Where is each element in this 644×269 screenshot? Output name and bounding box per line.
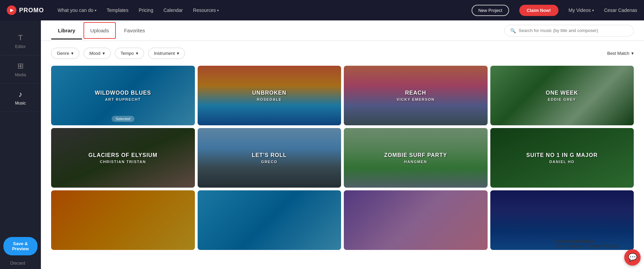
sidebar-item-label-editor: Editor: [15, 44, 26, 49]
music-card-bg: GLACIERS OF ELYSIUM CHRISTIAN TRISTAN: [51, 128, 195, 188]
sidebar: T Editor ⊞ Media ♪ Music Save & Preview …: [0, 20, 41, 269]
music-artist: CHRISTIAN TRISTAN: [89, 160, 157, 164]
music-title: LET'S ROLL: [252, 152, 287, 158]
sidebar-item-editor[interactable]: T Editor: [0, 27, 41, 56]
tab-library[interactable]: Library: [51, 21, 82, 39]
sidebar-item-label-media: Media: [15, 73, 26, 77]
music-title: WILDWOOD BLUES: [95, 90, 151, 96]
music-card-bg: LET'S ROLL GRECO: [198, 128, 341, 188]
music-card-text: WILDWOOD BLUES ART RUPRECHT: [95, 90, 151, 101]
music-title: ZOMBIE SURF PARTY: [384, 152, 447, 158]
music-card[interactable]: GLACIERS OF ELYSIUM CHRISTIAN TRISTAN: [51, 128, 195, 188]
chevron-down-icon-mood: ▾: [103, 51, 105, 56]
music-artist: DANIEL HO: [526, 160, 598, 164]
music-artist: GRECO: [252, 160, 287, 164]
music-card-bg: UNBROKEN ROSEDALE: [198, 66, 341, 125]
music-card-text: LET'S ROLL GRECO: [252, 152, 287, 164]
music-card-bg: WILDWOOD BLUES ART RUPRECHT Selected: [51, 66, 195, 125]
my-videos-nav[interactable]: My Videos ▾: [569, 7, 594, 13]
text-icon: T: [18, 33, 22, 42]
music-card-text: UNBROKEN ROSEDALE: [252, 90, 286, 101]
music-card-text: GLACIERS OF ELYSIUM CHRISTIAN TRISTAN: [89, 152, 157, 164]
music-artist: HANGMEN: [384, 160, 447, 164]
selected-badge: Selected: [111, 116, 134, 122]
music-card[interactable]: [51, 190, 195, 250]
music-artist: EDDIE GREY: [546, 97, 578, 101]
music-card-bg: REACH VICKY EMERSON: [344, 66, 488, 125]
music-title: ONE WEEK: [546, 90, 578, 96]
chevron-down-icon-myvideos: ▾: [592, 9, 594, 12]
music-card-bg: [51, 190, 195, 250]
filter-instrument[interactable]: Instrument ▾: [148, 48, 185, 59]
sidebar-item-music[interactable]: ♪ Music: [0, 84, 41, 112]
music-card-overlay: [490, 190, 634, 250]
music-card-text: REACH VICKY EMERSON: [397, 90, 435, 101]
music-grid: WILDWOOD BLUES ART RUPRECHT Selected UNB…: [41, 66, 644, 260]
music-icon: ♪: [19, 90, 22, 99]
music-title: GLACIERS OF ELYSIUM: [89, 152, 157, 158]
sidebar-item-label-music: Music: [15, 101, 26, 106]
music-card-bg: ZOMBIE SURF PARTY HANGMEN: [344, 128, 488, 188]
logo-text: PROMO: [19, 7, 44, 14]
search-box[interactable]: 🔍: [504, 25, 634, 36]
tab-favorites[interactable]: Favorites: [117, 21, 152, 39]
music-card[interactable]: ZOMBIE SURF PARTY HANGMEN: [344, 128, 488, 188]
music-card-bg: SUITE NO 1 IN G MAJOR DANIEL HO: [490, 128, 634, 188]
music-card[interactable]: ONE WEEK EDDIE GREY: [490, 66, 634, 125]
music-card-text: ZOMBIE SURF PARTY HANGMEN: [384, 152, 447, 164]
music-artist: VICKY EMERSON: [397, 97, 435, 101]
music-title: REACH: [397, 90, 435, 96]
chevron-down-icon-resources: ▾: [217, 9, 219, 12]
search-area: 🔍: [504, 25, 634, 36]
filter-tempo[interactable]: Tempo ▾: [115, 48, 144, 59]
chevron-down-icon-tempo: ▾: [136, 51, 138, 56]
top-navigation: ▶ PROMO What you can do ▾ Templates Pric…: [0, 0, 644, 20]
nav-pricing[interactable]: Pricing: [139, 7, 153, 13]
chevron-down-icon-genre: ▾: [71, 51, 74, 56]
chevron-down-icon-sort: ▾: [631, 51, 634, 56]
music-title: SUITE NO 1 IN G MAJOR: [526, 152, 598, 158]
music-card-text: ONE WEEK EDDIE GREY: [546, 90, 578, 101]
music-artist: ART RUPRECHT: [95, 97, 151, 101]
discard-button[interactable]: Discard: [10, 260, 25, 266]
music-card-overlay: [198, 190, 341, 250]
filter-genre[interactable]: Genre ▾: [51, 48, 79, 59]
nav-resources[interactable]: Resources ▾: [193, 7, 219, 13]
media-icon: ⊞: [17, 62, 24, 70]
new-project-button[interactable]: New Project: [472, 5, 509, 16]
music-card[interactable]: SUITE NO 1 IN G MAJOR DANIEL HO: [490, 128, 634, 188]
save-preview-button[interactable]: Save & Preview: [3, 237, 37, 255]
chevron-down-icon: ▾: [95, 9, 96, 12]
nav-calendar[interactable]: Calendar: [164, 7, 183, 13]
filter-mood[interactable]: Mood ▾: [83, 48, 111, 59]
claim-now-button[interactable]: Claim Now!: [519, 5, 558, 16]
chat-bubble-button[interactable]: 💬: [624, 249, 641, 266]
tab-uploads[interactable]: Uploads: [83, 22, 116, 39]
music-card[interactable]: [198, 190, 341, 250]
music-card[interactable]: LET'S ROLL GRECO: [198, 128, 341, 188]
search-input[interactable]: [519, 28, 628, 33]
sort-dropdown[interactable]: Best Match ▾: [607, 51, 634, 56]
search-icon: 🔍: [510, 28, 516, 33]
logo-icon: ▶: [7, 5, 16, 15]
music-card[interactable]: [490, 190, 634, 250]
user-menu[interactable]: Cesar Cadenas: [604, 7, 637, 13]
music-card[interactable]: WILDWOOD BLUES ART RUPRECHT Selected: [51, 66, 195, 125]
music-card-overlay: [51, 190, 195, 250]
filters-area: Genre ▾ Mood ▾ Tempo ▾ Instrument ▾ Best…: [41, 41, 644, 66]
nav-what-you-can-do[interactable]: What you can do ▾: [58, 7, 96, 13]
music-card-overlay: [344, 190, 488, 250]
nav-templates[interactable]: Templates: [107, 7, 128, 13]
sidebar-item-media[interactable]: ⊞ Media: [0, 56, 41, 84]
music-title: UNBROKEN: [252, 90, 286, 96]
music-card-text: SUITE NO 1 IN G MAJOR DANIEL HO: [526, 152, 598, 164]
music-card-bg: [490, 190, 634, 250]
music-artist: ROSEDALE: [252, 97, 286, 101]
music-card[interactable]: UNBROKEN ROSEDALE: [198, 66, 341, 125]
tabs-area: Library Uploads Favorites 🔍: [41, 20, 644, 41]
music-card-bg: [344, 190, 488, 250]
music-card-bg: ONE WEEK EDDIE GREY: [490, 66, 634, 125]
music-card[interactable]: REACH VICKY EMERSON: [344, 66, 488, 125]
music-card[interactable]: [344, 190, 488, 250]
logo[interactable]: ▶ PROMO: [7, 5, 44, 15]
